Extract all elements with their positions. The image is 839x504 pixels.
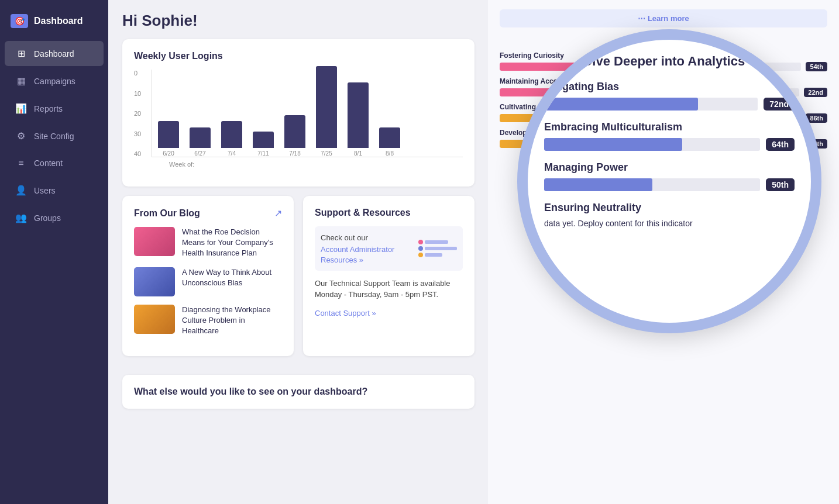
small-badge: 22nd <box>804 88 827 97</box>
chart-bar <box>284 115 305 148</box>
blog-thumb-1 <box>134 227 175 256</box>
chart-bar-group: 6/27 <box>190 127 211 157</box>
chart-bar-label: 8/8 <box>386 150 394 157</box>
analytics-badge: 64th <box>766 138 795 151</box>
mini-dot-pink <box>418 240 423 244</box>
sidebar-logo-text: Dashboard <box>34 16 83 26</box>
chart-title: Weekly User Logins <box>134 51 463 61</box>
account-admin-link[interactable]: Account Administrator Resources » <box>321 245 394 264</box>
blog-title: From Our Blog <box>134 208 200 219</box>
blog-thumb-3 <box>134 305 175 334</box>
content-icon: ≡ <box>15 158 27 168</box>
zoom-indicators-container: Mitigating Bias72ndEmbracing Multicultur… <box>544 81 795 228</box>
analytics-indicator-name: Embracing Multiculturalism <box>544 121 795 133</box>
blog-text-1: What the Roe Decision Means for Your Com… <box>182 227 282 259</box>
blog-item-2[interactable]: A New Way to Think About Unconscious Bia… <box>134 267 282 296</box>
sidebar-item-label: Dashboard <box>34 49 74 58</box>
small-badge: 54th <box>806 62 827 71</box>
sidebar-item-label: Campaigns <box>34 77 75 86</box>
sidebar-item-dashboard[interactable]: ⊞ Dashboard <box>5 41 104 66</box>
analytics-badge: 50th <box>766 178 795 191</box>
blog-text-2: A New Way to Think About Unconscious Bia… <box>182 267 282 288</box>
chart-bar-group: 7/11 <box>253 132 274 157</box>
dashboard-icon: ⊞ <box>15 48 27 59</box>
resource-text: Check out our <box>321 233 368 242</box>
chart-bar-group: 7/4 <box>221 121 242 157</box>
feedback-card: What else would you like to see on your … <box>122 375 474 409</box>
blog-card-header: From Our Blog ↗ <box>134 208 282 219</box>
chart-bar-group: 8/1 <box>348 82 369 157</box>
analytics-badge: 72nd <box>764 98 795 111</box>
blog-card: From Our Blog ↗ What the Roe Decision Me… <box>122 196 294 356</box>
main-content: Hi Sophie! Weekly User Logins 40 30 20 1… <box>108 0 489 504</box>
chart-bar-label: 8/1 <box>354 150 362 157</box>
blog-item-1[interactable]: What the Roe Decision Means for Your Com… <box>134 227 282 259</box>
sidebar-item-label: Groups <box>34 213 61 223</box>
sidebar-item-label: Reports <box>34 104 63 113</box>
mini-chart <box>418 240 457 257</box>
sidebar-item-label: Content <box>34 158 63 168</box>
zoom-circle: Dive Deeper into Analytics » Mitigating … <box>517 29 821 333</box>
reports-icon: 📊 <box>15 103 27 114</box>
sidebar-logo: 🎯 Dashboard <box>0 6 108 40</box>
chart-bar <box>379 127 400 148</box>
chart-bar-group: 7/25 <box>316 66 337 157</box>
support-title: Support & Resources <box>315 208 463 218</box>
learn-more-banner[interactable]: ⋯ Learn more <box>500 9 827 27</box>
sidebar-item-content[interactable]: ≡ Content <box>5 151 104 175</box>
blog-thumb-2 <box>134 267 175 296</box>
chart-bar <box>348 82 369 148</box>
mini-dot-orange <box>418 253 423 257</box>
blog-text-3: Diagnosing the Workplace Culture Problem… <box>182 305 282 337</box>
support-resource-box: Check out our Account Administrator Reso… <box>315 226 463 271</box>
chart-bar-label: 7/4 <box>228 150 236 157</box>
users-icon: 👤 <box>15 185 27 196</box>
support-card: Support & Resources Check out our Accoun… <box>303 196 474 356</box>
sidebar-item-users[interactable]: 👤 Users <box>5 178 104 203</box>
contact-support-link[interactable]: Contact Support » <box>315 309 376 317</box>
sidebar-item-campaigns[interactable]: ▦ Campaigns <box>5 68 104 94</box>
analytics-indicator: Embracing Multiculturalism64th <box>544 121 795 151</box>
chart-bar-label: 6/20 <box>163 150 174 157</box>
chart-container: 40 30 20 10 0 6/206/277/47/117/187/258/1… <box>134 70 463 175</box>
chart-bar-group: 8/8 <box>379 127 400 157</box>
chart-x-label: Week of: <box>152 161 463 168</box>
chart-bar <box>158 121 179 148</box>
two-col-row: From Our Blog ↗ What the Roe Decision Me… <box>122 196 474 365</box>
siteconfig-icon: ⚙ <box>15 130 27 141</box>
mini-dot-blue <box>418 246 423 251</box>
groups-icon: 👥 <box>15 212 27 223</box>
chart-bars: 6/206/277/47/117/187/258/18/8 <box>152 70 463 157</box>
analytics-indicator: Mitigating Bias72nd <box>544 81 795 111</box>
campaigns-icon: ▦ <box>15 75 27 87</box>
chart-bar <box>221 121 242 148</box>
analytics-indicator: Managing Power50th <box>544 161 795 191</box>
analytics-indicator-name: Managing Power <box>544 161 795 174</box>
blog-item-3[interactable]: Diagnosing the Workplace Culture Problem… <box>134 305 282 337</box>
chart-bar <box>253 132 274 148</box>
analytics-indicator: Ensuring Neutralitydata yet. Deploy cont… <box>544 202 795 228</box>
chart-bar <box>316 66 337 148</box>
chart-y-axis: 40 30 20 10 0 <box>134 70 141 157</box>
chart-bar-group: 6/20 <box>158 121 179 157</box>
chart-bar-label: 7/11 <box>257 150 269 157</box>
chart-bar-group: 7/18 <box>284 115 305 157</box>
sidebar-item-label: Users <box>34 186 56 195</box>
chart-card: Weekly User Logins 40 30 20 10 0 6/206/2… <box>122 39 474 187</box>
chart-bar-label: 6/27 <box>194 150 205 157</box>
analytics-indicator-name: Ensuring Neutrality <box>544 202 795 214</box>
chart-bar-label: 7/18 <box>289 150 300 157</box>
chart-bar-label: 7/25 <box>321 150 332 157</box>
zoom-inner: Dive Deeper into Analytics » Mitigating … <box>528 40 811 323</box>
external-link-icon[interactable]: ↗ <box>274 208 282 219</box>
sidebar: 🎯 Dashboard ⊞ Dashboard ▦ Campaigns 📊 Re… <box>0 0 108 504</box>
logo-icon: 🎯 <box>11 14 28 28</box>
tech-support-text: Our Technical Support Team is available … <box>315 278 463 301</box>
feedback-text: What else would you like to see on your … <box>134 386 367 397</box>
sidebar-item-groups[interactable]: 👥 Groups <box>5 205 104 230</box>
sidebar-item-reports[interactable]: 📊 Reports <box>5 96 104 121</box>
sidebar-item-label: Site Config <box>34 132 74 141</box>
page-greeting: Hi Sophie! <box>122 12 474 30</box>
sidebar-item-siteconfig[interactable]: ⚙ Site Config <box>5 123 104 149</box>
chart-bar <box>190 127 211 148</box>
